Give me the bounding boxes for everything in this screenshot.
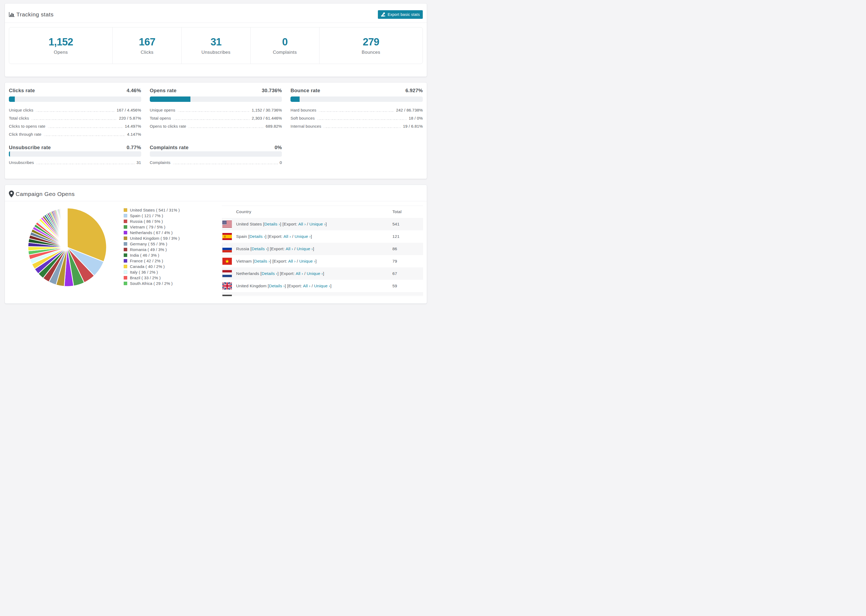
- rate-row-label: Complaints: [150, 159, 170, 167]
- geo-title-text: Campaign Geo Opens: [16, 191, 75, 197]
- legend-label: United States ( 541 / 31% ): [130, 208, 180, 212]
- stat-label: Complaints: [273, 50, 297, 55]
- legend-item-france: France ( 42 / 2% ): [124, 258, 180, 264]
- details-link[interactable]: Details ›: [262, 271, 277, 276]
- legend-item-vietnam: Vietnam ( 79 / 5% ): [124, 224, 180, 230]
- export-all-link[interactable]: All ›: [303, 284, 310, 288]
- country-cell: Germany [Details ›] [Export: All › / Uni…: [236, 292, 392, 297]
- export-all-link[interactable]: All ›: [298, 222, 306, 226]
- us-flag-icon: [222, 218, 236, 230]
- rate-value: 6.927%: [405, 88, 423, 94]
- rate-row-label: Click through rate: [9, 130, 41, 138]
- geo-body: United States ( 541 / 31% )Spain ( 121 /…: [5, 201, 427, 303]
- export-all-link[interactable]: All ›: [296, 271, 303, 276]
- legend-label: India ( 46 / 3% ): [130, 253, 159, 258]
- rate-value: 30.736%: [262, 88, 282, 94]
- dotted-leader: [178, 111, 250, 112]
- legend-item-romania: Romania ( 49 / 3% ): [124, 247, 180, 252]
- map-marker-icon: [9, 190, 14, 198]
- country-cell: United States [Details ›] [Export: All ›…: [236, 218, 392, 230]
- stat-value: 167: [139, 36, 155, 48]
- export-unique-link[interactable]: Unique ›: [294, 234, 311, 239]
- nl-flag-icon: [222, 267, 236, 280]
- export-all-link[interactable]: All ›: [288, 259, 296, 263]
- export-unique-link[interactable]: Unique ›: [307, 271, 323, 276]
- dotted-leader: [32, 119, 117, 120]
- details-link[interactable]: Details ›: [254, 259, 270, 263]
- legend-item-italy: Italy ( 36 / 2% ): [124, 269, 180, 275]
- rates-card: Clicks rate4.46%Unique clicks167 / 4.456…: [5, 82, 427, 179]
- rate-title: Bounce rate: [290, 88, 320, 94]
- rate-rows: Hard bounces242 / 86.738%Soft bounces18 …: [290, 106, 423, 130]
- rate-row-label: Unique opens: [150, 106, 175, 114]
- total-cell: 55: [392, 292, 423, 297]
- rate-row-value: 4.147%: [127, 130, 141, 138]
- export-all-link[interactable]: All ›: [283, 234, 291, 239]
- progress-fill: [290, 96, 299, 102]
- legend-label: Romania ( 49 / 3% ): [130, 247, 167, 252]
- legend-swatch: [124, 225, 127, 229]
- total-cell: 86: [392, 243, 423, 255]
- rate-row-label: Unsubscribes: [9, 159, 34, 167]
- total-cell: 121: [392, 230, 423, 243]
- legend-label: South Africa ( 29 / 2% ): [130, 281, 173, 286]
- details-link[interactable]: Details ›: [252, 247, 268, 251]
- export-unique-link[interactable]: Unique ›: [314, 284, 330, 288]
- rate-row-label: Internal bounces: [290, 122, 321, 130]
- country-name: Vietnam: [236, 259, 253, 263]
- export-unique-link[interactable]: Unique ›: [297, 247, 313, 251]
- stat-value: 31: [211, 36, 222, 48]
- geo-title: Campaign Geo Opens: [9, 190, 75, 198]
- export-icon: [381, 12, 386, 17]
- progress-fill: [150, 96, 191, 102]
- export-all-link[interactable]: All ›: [286, 247, 293, 251]
- details-link[interactable]: Details ›: [265, 222, 280, 226]
- page: Tracking stats Export basic stats 1,152O…: [0, 0, 433, 308]
- legend-item-russia: Russia ( 86 / 5% ): [124, 218, 180, 224]
- details-link[interactable]: Details ›: [269, 284, 285, 288]
- rate-row-label: Unique clicks: [9, 106, 33, 114]
- export-unique-link[interactable]: Unique ›: [299, 259, 315, 263]
- rate-row: Opens to clicks rate689.82%: [150, 122, 282, 130]
- rate-row-value: 167 / 4.456%: [117, 106, 141, 114]
- dotted-leader: [36, 164, 134, 164]
- rate-row-label: Clicks to opens rate: [9, 122, 46, 130]
- legend-label: France ( 42 / 2% ): [130, 259, 163, 263]
- rate-col-empty: [290, 144, 423, 167]
- progress-bar: [9, 96, 141, 102]
- legend-swatch: [124, 265, 127, 268]
- rate-row-label: Total opens: [150, 114, 171, 122]
- total-column-header: Total: [392, 206, 423, 218]
- export-unique-link[interactable]: Unique ›: [309, 222, 326, 226]
- country-cell: Vietnam [Details ›] [Export: All › / Uni…: [236, 255, 392, 267]
- rate-rows: Unsubscribes31: [9, 159, 141, 167]
- rate-row-label: Opens to clicks rate: [150, 122, 186, 130]
- rate-row-value: 31: [137, 159, 141, 167]
- details-link[interactable]: Details ›: [256, 296, 272, 297]
- stat-label: Clicks: [141, 50, 154, 55]
- rate-row: Unique opens1,152 / 30.736%: [150, 106, 282, 114]
- legend-swatch: [124, 259, 127, 262]
- legend-item-south-africa: South Africa ( 29 / 2% ): [124, 281, 180, 286]
- stat-label: Opens: [54, 50, 68, 55]
- legend-label: Italy ( 36 / 2% ): [130, 270, 158, 274]
- rate-row-value: 18 / 0%: [409, 114, 423, 122]
- geo-table-row-nl: Netherlands [Details ›] [Export: All › /…: [222, 267, 423, 280]
- vn-flag-icon: [222, 255, 236, 267]
- legend-item-brazil: Brazil ( 33 / 2% ): [124, 275, 180, 281]
- export-unique-link[interactable]: Unique ›: [301, 296, 317, 297]
- legend-item-india: India ( 46 / 3% ): [124, 252, 180, 258]
- geo-table-row-gb: United Kingdom [Details ›] [Export: All …: [222, 280, 423, 292]
- country-cell: Spain [Details ›] [Export: All › / Uniqu…: [236, 230, 392, 243]
- rate-row-value: 1,152 / 30.736%: [252, 106, 282, 114]
- details-link[interactable]: Details ›: [250, 234, 265, 239]
- legend-label: Brazil ( 33 / 2% ): [130, 275, 161, 280]
- legend-swatch: [124, 253, 127, 257]
- legend-swatch: [124, 282, 127, 285]
- rate-value: 0.77%: [127, 145, 141, 151]
- export-basic-stats-button[interactable]: Export basic stats: [378, 10, 423, 19]
- export-all-link[interactable]: All ›: [290, 296, 298, 297]
- stat-value: 1,152: [49, 36, 73, 48]
- legend-swatch: [124, 270, 127, 274]
- rate-row: Total opens2,303 / 61.446%: [150, 114, 282, 122]
